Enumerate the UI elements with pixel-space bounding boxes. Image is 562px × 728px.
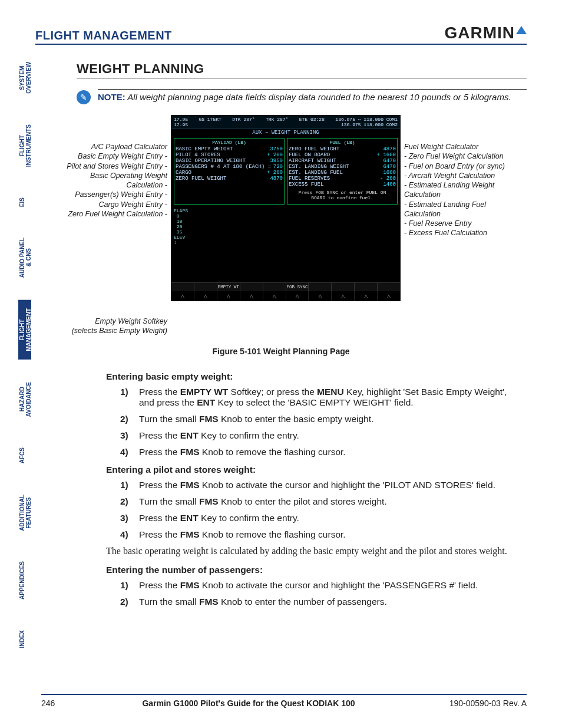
side-tab[interactable]: AUDIO PANEL & CNS	[18, 229, 32, 286]
mfd-top-bar: 17.9517.95 GS 175KT DTK 287° TRK 287° ET…	[171, 116, 400, 129]
fuel-box: FUEL (LB) ZERO FUEL WEIGHT4870FUEL ON BO…	[287, 138, 398, 205]
side-tab-strip: SYSTEM OVERVIEWFLIGHT INSTRUMENTSEISAUDI…	[18, 53, 32, 657]
softkey[interactable]: EMPTY WT	[217, 283, 240, 291]
procedure-step: 1)Press the FMS Knob to activate the cur…	[120, 580, 515, 591]
page-number: 246	[41, 699, 77, 708]
callout-item: - Estimated Landing Fuel Calculation	[404, 200, 522, 219]
brand-triangle-icon	[516, 26, 527, 34]
data-row: BASIC OPERATING WEIGHT3950	[176, 158, 283, 164]
left-callout-list: Basic Empty Weight Entry -Pilot and Stor…	[59, 151, 167, 219]
procedure-step: 2)Turn the small FMS Knob to enter the b…	[120, 414, 515, 424]
mfd-screenshot: 17.9517.95 GS 175KT DTK 287° TRK 287° ET…	[171, 115, 401, 301]
fuel-confirm-msg: Press FOB SYNC or enter FUEL ON BOARD to…	[289, 187, 396, 202]
softkey[interactable]	[377, 283, 400, 291]
procedure-step: 4)Press the FMS Knob to remove the flash…	[120, 529, 515, 540]
callout-item: Zero Fuel Weight Calculation -	[59, 209, 167, 219]
data-row: FUEL RESERVES- 200	[289, 176, 396, 182]
body-paragraph: The basic operating weight is calculated…	[106, 546, 515, 556]
softkey-callout: Empty Weight Softkey (selects Basic Empt…	[59, 317, 167, 336]
data-row: PASSENGERS # 4 AT 180 (EACH) =720	[176, 164, 283, 170]
flaps-indicator: FLAPS 0 10 20 35 ELEV ↕	[171, 206, 400, 282]
note-lead: NOTE:	[98, 92, 125, 102]
figure-caption: Figure 5-101 Weight Planning Page	[35, 347, 527, 356]
softkey[interactable]	[263, 283, 286, 291]
payload-box-title: PAYLOAD (LB)	[176, 140, 283, 145]
softkey-callout-head: Empty Weight Softkey	[59, 317, 167, 326]
figure-zone: A/C Payload Calculator Basic Empty Weigh…	[59, 115, 527, 336]
note-icon: ✎	[77, 90, 91, 104]
left-callout-head: A/C Payload Calculator	[59, 142, 167, 151]
procedure-heading: Entering the number of passengers:	[106, 565, 515, 575]
data-row: AIRCRAFT WEIGHT6470	[289, 158, 396, 164]
procedure-step: 1)Press the EMPTY WT Softkey; or press t…	[120, 387, 515, 408]
softkey[interactable]: FOB SYNC	[286, 283, 309, 291]
callout-item: Basic Empty Weight Entry -	[59, 151, 167, 161]
side-tab[interactable]: ADDITIONAL FEATURES	[18, 486, 32, 540]
softkey[interactable]	[308, 283, 331, 291]
side-tab[interactable]: SYSTEM OVERVIEW	[18, 53, 32, 103]
footer-docid: 190-00590-03 Rev. A	[421, 699, 527, 708]
data-row: BASIC EMPTY WEIGHT3750	[176, 146, 283, 152]
note-block: ✎ NOTE: All weight planning page data fi…	[77, 89, 527, 104]
left-callouts: A/C Payload Calculator Basic Empty Weigh…	[59, 115, 167, 336]
side-tab[interactable]: FLIGHT MANAGEMENT	[18, 299, 32, 360]
right-callout-list: - Zero Fuel Weight Calculation- Fuel on …	[404, 151, 522, 238]
body-content: Entering basic empty weight:1)Press the …	[106, 371, 515, 607]
softkey-arrows: △△△△△ △△△△△	[171, 291, 400, 301]
softkey-callout-sub: (selects Basic Empty Weight)	[59, 326, 167, 335]
procedure-heading: Entering a pilot and stores weight:	[106, 465, 515, 475]
footer-title: Garmin G1000 Pilot's Guide for the Quest…	[77, 699, 421, 708]
side-tab[interactable]: FLIGHT INSTRUMENTS	[18, 116, 32, 176]
page-footer: 246 Garmin G1000 Pilot's Guide for the Q…	[41, 694, 527, 708]
data-row: PILOT & STORES+ 200	[176, 152, 283, 158]
data-row: EST. LANDING FUEL1600	[289, 170, 396, 176]
payload-box: PAYLOAD (LB) BASIC EMPTY WEIGHT3750PILOT…	[174, 138, 285, 205]
callout-item: - Estimated Landing Weight Calculation	[404, 180, 522, 200]
data-row: ZERO FUEL WEIGHT4870	[176, 176, 283, 182]
callout-item: - Zero Fuel Weight Calculation	[404, 151, 522, 161]
callout-item: Cargo Weight Entry -	[59, 200, 167, 209]
mfd-page-title: AUX – WEIGHT PLANNING	[171, 129, 400, 137]
side-tab[interactable]: HAZARD AVOIDANCE	[18, 373, 32, 426]
procedure-step: 3)Press the ENT Key to confirm the entry…	[120, 430, 515, 441]
side-tab[interactable]: INDEX	[18, 621, 32, 657]
note-body: All weight planning page data fields dis…	[127, 92, 511, 102]
brand-text: GARMIN	[444, 24, 515, 42]
side-tab[interactable]: APPENDICES	[18, 552, 32, 608]
callout-item: Pilot and Stores Weight Entry -	[59, 162, 167, 171]
note-text: NOTE: All weight planning page data fiel…	[98, 89, 527, 102]
right-callout-head: Fuel Weight Calculator	[404, 142, 522, 151]
softkey-row: EMPTY WT FOB SYNC	[171, 282, 400, 291]
softkey[interactable]	[240, 283, 263, 291]
procedure-step: 2)Turn the small FMS Knob to enter the p…	[120, 496, 515, 507]
data-row: EST. LANDING WEIGHT6470	[289, 164, 396, 170]
procedure-step: 3)Press the ENT Key to confirm the entry…	[120, 513, 515, 523]
softkey[interactable]	[194, 283, 217, 291]
procedure-step: 4)Press the FMS Knob to remove the flash…	[120, 447, 515, 457]
softkey[interactable]	[171, 283, 194, 291]
softkey[interactable]	[331, 283, 354, 291]
callout-item: - Fuel Reserve Entry	[404, 219, 522, 228]
callout-item: Basic Operating Weight Calculation -	[59, 171, 167, 190]
right-callouts: Fuel Weight Calculator - Zero Fuel Weigh…	[404, 115, 522, 238]
fuel-box-title: FUEL (LB)	[289, 140, 396, 145]
data-row: FUEL ON BOARD+ 1600	[289, 152, 396, 158]
callout-item: - Fuel on Board Entry (or sync)	[404, 162, 522, 171]
procedure-step: 1)Press the FMS Knob to activate the cur…	[120, 480, 515, 490]
breadcrumb: FLIGHT MANAGEMENT	[35, 29, 172, 42]
data-row: ZERO FUEL WEIGHT4870	[289, 146, 396, 152]
procedure-step: 2)Turn the small FMS Knob to enter the n…	[120, 597, 515, 607]
data-row: CARGO+ 200	[176, 170, 283, 176]
callout-item: - Excess Fuel Calculation	[404, 228, 522, 238]
data-row: EXCESS FUEL1400	[289, 182, 396, 187]
section-title: WEIGHT PLANNING	[77, 61, 527, 78]
callout-item: Passenger(s) Weight Entry -	[59, 190, 167, 199]
softkey[interactable]	[354, 283, 377, 291]
side-tab[interactable]: AFCS	[18, 439, 32, 472]
side-tab[interactable]: EIS	[18, 189, 32, 216]
page-header: FLIGHT MANAGEMENT GARMIN	[35, 24, 527, 45]
brand-logo: GARMIN	[444, 24, 527, 42]
callout-item: - Aircraft Weight Calculation	[404, 171, 522, 180]
procedure-heading: Entering basic empty weight:	[106, 371, 515, 382]
